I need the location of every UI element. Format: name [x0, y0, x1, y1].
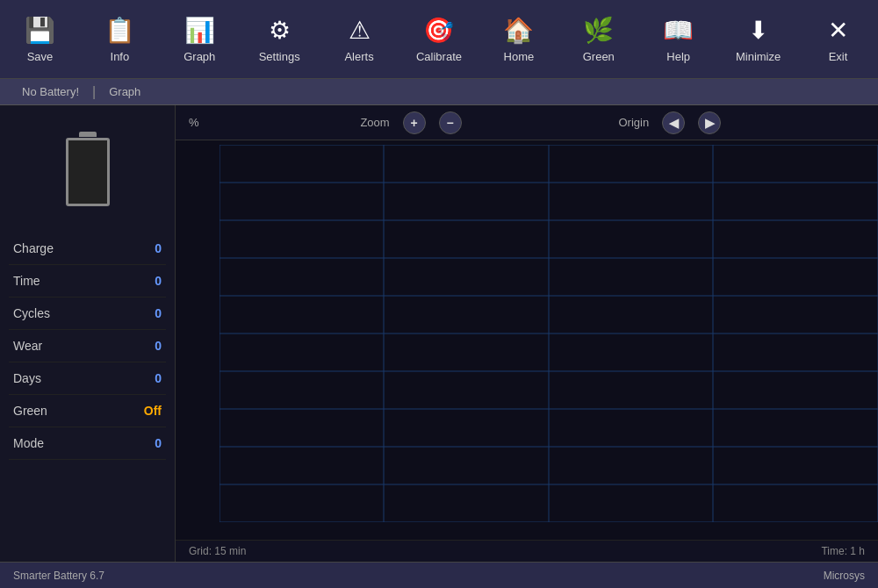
toolbar-green-label: Green [583, 50, 615, 63]
y-axis-label: % [189, 116, 199, 129]
toolbar-graph-button[interactable]: 📊Graph [160, 4, 240, 75]
graph-footer: Grid: 15 min Time: 1 h [176, 540, 878, 562]
toolbar-settings-button[interactable]: ⚙Settings [240, 4, 320, 75]
status-right: Microsys [824, 570, 865, 582]
toolbar-help-button[interactable]: 📖Help [638, 4, 718, 75]
stat-value-mode: 0 [155, 436, 162, 450]
chart-svg: 100 90 80 70 60 50 40 30 20 10 0 [220, 145, 878, 522]
origin-label: Origin [618, 116, 649, 129]
breadcrumb-bar: No Battery! | Graph [0, 79, 878, 105]
sidebar: Charge0Time0Cycles0Wear0Days0GreenOffMod… [0, 105, 176, 562]
info-icon: 📋 [104, 16, 135, 45]
toolbar-save-label: Save [27, 50, 54, 63]
time-info: Time: 1 h [821, 545, 865, 557]
toolbar-calibrate-button[interactable]: 🎯Calibrate [399, 4, 479, 75]
stat-value-wear: 0 [155, 339, 162, 353]
green-icon: 🌿 [583, 16, 614, 45]
home-icon: 🏠 [503, 16, 534, 45]
battery-body [66, 138, 110, 206]
stat-label-mode: Mode [13, 436, 44, 450]
save-icon: 💾 [25, 16, 55, 45]
zoom-label: Zoom [360, 116, 389, 129]
toolbar-save-button[interactable]: 💾Save [0, 4, 80, 75]
stat-value-time: 0 [155, 274, 162, 288]
stat-row-charge: Charge0 [9, 233, 166, 265]
stat-label-green: Green [13, 404, 47, 418]
stat-label-cycles: Cycles [13, 306, 50, 320]
help-icon: 📖 [663, 16, 694, 45]
status-left: Smarter Battery 6.7 [13, 570, 104, 582]
zoom-in-button[interactable]: + [403, 111, 426, 134]
toolbar-exit-label: Exit [829, 50, 848, 63]
toolbar: 💾Save📋Info📊Graph⚙Settings⚠Alerts🎯Calibra… [0, 0, 878, 79]
toolbar-alerts-label: Alerts [344, 50, 373, 63]
stat-value-cycles: 0 [155, 306, 162, 320]
stat-row-days: Days0 [9, 362, 166, 395]
battery-top [79, 132, 97, 137]
alerts-icon: ⚠ [349, 16, 371, 45]
stat-label-days: Days [13, 371, 41, 385]
toolbar-help-label: Help [666, 50, 690, 63]
toolbar-settings-label: Settings [259, 50, 300, 63]
stat-row-mode: Mode0 [9, 427, 166, 460]
stat-row-cycles: Cycles0 [9, 298, 166, 330]
stat-value-green: Off [144, 404, 162, 418]
stat-row-time: Time0 [9, 265, 166, 298]
toolbar-home-button[interactable]: 🏠Home [479, 4, 558, 75]
minimize-icon: ⬇ [748, 16, 768, 45]
origin-right-button[interactable]: ▶ [698, 111, 721, 134]
breadcrumb-no-battery: No Battery! [9, 85, 92, 98]
main-content: Charge0Time0Cycles0Wear0Days0GreenOffMod… [0, 105, 878, 562]
grid-info: Grid: 15 min [189, 545, 246, 557]
graph-area: % Zoom + − Origin ◀ ▶ [176, 105, 878, 562]
toolbar-green-button[interactable]: 🌿Green [558, 4, 638, 75]
stats-list: Charge0Time0Cycles0Wear0Days0GreenOffMod… [9, 233, 166, 460]
status-bar: Smarter Battery 6.7 Microsys [0, 562, 878, 588]
toolbar-minimize-button[interactable]: ⬇Minimize [718, 4, 798, 75]
zoom-out-button[interactable]: − [439, 111, 462, 134]
toolbar-exit-button[interactable]: ✕Exit [798, 4, 878, 75]
toolbar-minimize-label: Minimize [736, 50, 781, 63]
toolbar-alerts-button[interactable]: ⚠Alerts [320, 4, 399, 75]
stat-value-charge: 0 [155, 241, 162, 255]
stat-label-time: Time [13, 274, 40, 288]
toolbar-info-button[interactable]: 📋Info [80, 4, 160, 75]
exit-icon: ✕ [828, 16, 848, 45]
battery-icon-container [9, 114, 166, 233]
stat-label-wear: Wear [13, 339, 42, 353]
chart-container: 100 90 80 70 60 50 40 30 20 10 0 [176, 140, 878, 540]
graph-icon: 📊 [184, 16, 215, 45]
calibrate-icon: 🎯 [423, 16, 454, 45]
toolbar-info-label: Info [111, 50, 130, 63]
stat-value-days: 0 [155, 371, 162, 385]
stat-row-wear: Wear0 [9, 330, 166, 362]
breadcrumb-graph: Graph [96, 85, 154, 98]
stat-label-charge: Charge [13, 241, 54, 255]
origin-left-button[interactable]: ◀ [662, 111, 685, 134]
toolbar-home-label: Home [504, 50, 535, 63]
toolbar-calibrate-label: Calibrate [416, 50, 462, 63]
settings-icon: ⚙ [269, 16, 291, 45]
stat-row-green: GreenOff [9, 395, 166, 427]
toolbar-graph-label: Graph [184, 50, 215, 63]
graph-controls: % Zoom + − Origin ◀ ▶ [176, 105, 878, 140]
battery-icon [63, 132, 112, 206]
